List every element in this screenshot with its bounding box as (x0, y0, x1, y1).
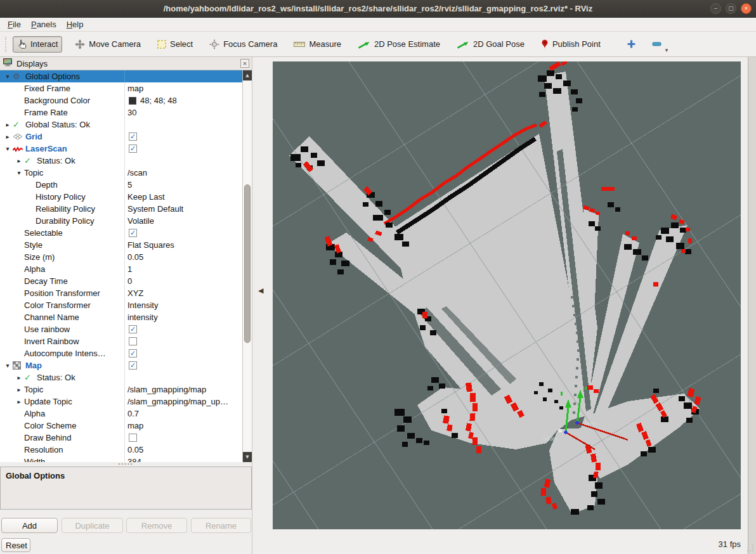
display-row-alpha[interactable]: Alpha0.7 (0, 408, 242, 420)
value-text[interactable]: 0.05 (127, 251, 143, 263)
display-row-fixed-frame[interactable]: Fixed Framemap (0, 82, 242, 94)
value-text[interactable]: XYZ (127, 287, 143, 299)
tool-2d-pose-estimate[interactable]: 2D Pose Estimate (354, 37, 444, 51)
value-text[interactable]: Flat Squares (127, 239, 174, 251)
display-row-color-scheme[interactable]: Color Schememap (0, 420, 242, 432)
checkbox-checked[interactable]: ✓ (129, 349, 137, 358)
add-button[interactable]: Add (1, 518, 58, 533)
expander-down-icon[interactable]: ▾ (3, 70, 13, 82)
resize-grip-icon[interactable] (746, 544, 754, 552)
display-row-selectable[interactable]: Selectable✓ (0, 227, 242, 239)
display-row-history-policy[interactable]: History PolicyKeep Last (0, 191, 242, 203)
checkbox-checked[interactable]: ✓ (129, 361, 137, 370)
display-row-topic[interactable]: ▸Topic/slam_gmapping/map (0, 383, 242, 396)
display-row-global-status-ok[interactable]: ▸✓Global Status: Ok (0, 119, 242, 131)
tool-2d-goal-pose[interactable]: 2D Goal Pose (453, 37, 528, 51)
display-row-color-transformer[interactable]: Color TransformerIntensity (0, 299, 242, 311)
checkbox-checked[interactable]: ✓ (129, 132, 137, 141)
tree-scrollbar[interactable]: ▲ ▼ (242, 70, 252, 462)
expander-down-icon[interactable]: ▾ (3, 143, 13, 155)
menu-file[interactable]: File (3, 18, 26, 31)
expander-right-icon[interactable]: ▸ (14, 155, 24, 167)
value-text[interactable]: Keep Last (127, 191, 165, 203)
display-row-draw-behind[interactable]: Draw Behind (0, 432, 242, 444)
display-row-status-ok[interactable]: ▸✓Status: Ok (0, 155, 242, 167)
tool-interact[interactable]: Interact (13, 36, 62, 53)
display-row-size-m[interactable]: Size (m)0.05 (0, 251, 242, 263)
display-row-channel-name[interactable]: Channel Nameintensity (0, 311, 242, 323)
display-row-decay-time[interactable]: Decay Time0 (0, 275, 242, 287)
display-row-frame-rate[interactable]: Frame Rate30 (0, 106, 242, 119)
value-text[interactable]: 30 (127, 106, 136, 119)
display-row-durability-policy[interactable]: Durability PolicyVolatile (0, 215, 242, 227)
value-text[interactable]: /scan (127, 167, 147, 179)
expander-right-icon[interactable]: ▸ (3, 119, 13, 131)
expander-right-icon[interactable]: ▸ (3, 131, 13, 143)
tool-publish-point[interactable]: Publish Point (537, 37, 604, 52)
displays-panel-header[interactable]: Displays × (0, 57, 252, 70)
scroll-down-icon[interactable]: ▼ (243, 452, 252, 462)
title-bar[interactable]: /home/yahboom/ldlidar_ros2_ws/install/sl… (0, 0, 756, 18)
menu-panels[interactable]: Panels (26, 18, 62, 31)
display-row-reliability-policy[interactable]: Reliability PolicySystem Default (0, 203, 242, 215)
value-text[interactable]: Volatile (127, 215, 154, 227)
scrollbar-handle[interactable] (244, 184, 251, 343)
expander-down-icon[interactable]: ▾ (14, 167, 24, 179)
value-text[interactable]: 0.7 (127, 408, 139, 420)
remove-tool-button[interactable] (650, 37, 664, 51)
display-row-topic[interactable]: ▾Topic/scan (0, 167, 242, 179)
display-row-global-options[interactable]: ▾⚙Global Options (0, 70, 242, 82)
checkbox-checked[interactable]: ✓ (129, 325, 137, 333)
checkbox-checked[interactable]: ✓ (129, 145, 137, 153)
expander-right-icon[interactable]: ▸ (14, 371, 24, 383)
tool-measure[interactable]: Measure (290, 37, 345, 51)
add-tool-button[interactable] (625, 37, 639, 51)
display-row-depth[interactable]: Depth5 (0, 179, 242, 191)
maximize-button[interactable]: ▢ (726, 3, 736, 14)
display-row-laserscan[interactable]: ▾LaserScan✓ (0, 143, 242, 155)
display-row-status-ok[interactable]: ▸✓Status: Ok (0, 371, 242, 383)
panel-close-icon[interactable]: × (240, 59, 249, 68)
duplicate-button[interactable]: Duplicate (62, 518, 123, 533)
value-text[interactable]: Intensity (127, 299, 158, 311)
display-row-position-transformer[interactable]: Position TransformerXYZ (0, 287, 242, 299)
expander-right-icon[interactable]: ▸ (14, 383, 24, 396)
value-text[interactable]: 48; 48; 48 (140, 94, 177, 106)
checkbox-checked[interactable]: ✓ (129, 229, 137, 237)
value-text[interactable]: /slam_gmapping/map (127, 383, 206, 396)
display-row-use-rainbow[interactable]: Use rainbow✓ (0, 323, 242, 335)
panel-splitter[interactable]: ••••• (0, 462, 252, 467)
tool-focus-camera[interactable]: Focus Camera (205, 37, 281, 52)
display-row-map[interactable]: ▾Map✓ (0, 359, 242, 371)
value-text[interactable]: /slam_gmapping/map_up… (127, 396, 228, 408)
value-text[interactable]: map (127, 82, 143, 94)
value-text[interactable]: intensity (127, 311, 158, 323)
display-row-autocompute-intens[interactable]: Autocompute Intens…✓ (0, 347, 242, 359)
tool-select[interactable]: Select (153, 37, 197, 51)
value-text[interactable]: 0 (127, 275, 132, 287)
rename-button[interactable]: Rename (191, 518, 251, 533)
display-row-grid[interactable]: ▸Grid✓ (0, 131, 242, 143)
value-text[interactable]: 5 (127, 179, 132, 191)
remove-button[interactable]: Remove (126, 518, 187, 533)
value-text[interactable]: map (127, 420, 143, 432)
value-text[interactable]: 0.05 (127, 444, 143, 456)
display-row-resolution[interactable]: Resolution0.05 (0, 444, 242, 456)
value-text[interactable]: System Default (127, 203, 183, 215)
display-row-style[interactable]: StyleFlat Squares (0, 239, 242, 251)
reset-button[interactable]: Reset (1, 538, 30, 552)
display-row-alpha[interactable]: Alpha1 (0, 263, 242, 275)
checkbox-unchecked[interactable] (129, 434, 137, 442)
scroll-up-icon[interactable]: ▲ (243, 70, 252, 81)
display-row-invert-rainbow[interactable]: Invert Rainbow (0, 335, 242, 347)
checkbox-unchecked[interactable] (129, 337, 137, 345)
toolbar-overflow-icon[interactable]: ▾ (665, 47, 668, 53)
collapse-arrow-icon[interactable]: ◀ (258, 287, 263, 295)
3d-viewport[interactable]: laser odom (273, 61, 741, 529)
value-text[interactable]: 1 (127, 263, 132, 275)
tool-move-camera[interactable]: Move Camera (71, 37, 145, 52)
expander-right-icon[interactable]: ▸ (14, 396, 24, 408)
close-button[interactable]: × (741, 3, 752, 14)
expander-down-icon[interactable]: ▾ (3, 359, 13, 371)
minimize-button[interactable]: – (710, 3, 721, 14)
